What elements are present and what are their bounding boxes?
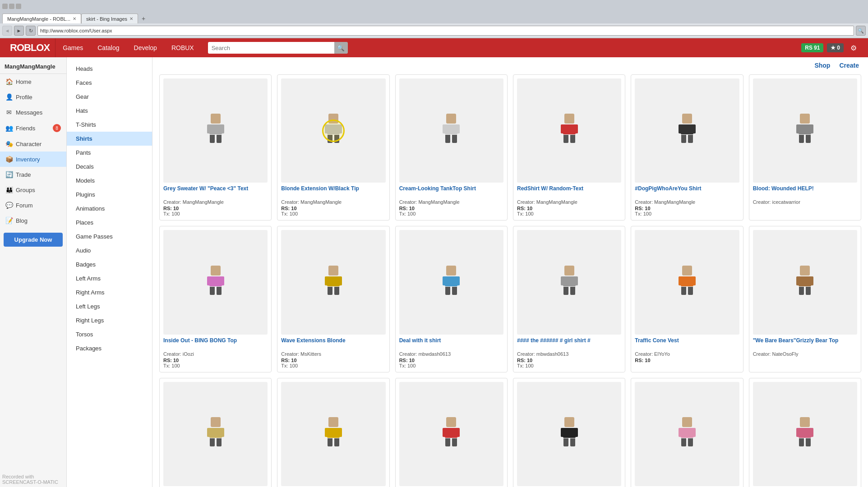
item-card-18[interactable]: Silky Rose Kissed Button Up Tank Creator… <box>749 378 861 487</box>
tab-roblox[interactable]: MangMangMangle - ROBL... ✕ <box>2 14 81 23</box>
sidebar-item-trade[interactable]: 🔄 Trade <box>0 167 66 182</box>
sidebar-item-home[interactable]: 🏠 Home <box>0 74 66 89</box>
cat-plugins[interactable]: Plugins <box>67 188 152 202</box>
item-img-6 <box>753 78 857 183</box>
cat-right-arms[interactable]: Right Arms <box>67 285 152 299</box>
item-title-6: Blood: Wounded HELP! <box>753 185 857 198</box>
main-content: Shop Create Grey Sweater W/ "Peace <3" T… <box>152 57 868 487</box>
item-card-8[interactable]: Wave Extensions Blonde Creator: MsKitter… <box>277 226 389 372</box>
settings-btn[interactable]: ⚙ <box>847 41 860 54</box>
sidebar-item-messages-label: Messages <box>16 109 42 116</box>
sidebar-item-inventory[interactable]: 📦 Inventory <box>0 152 66 167</box>
item-card-15[interactable]: White Offshoulder w/ Extensions. (Horror… <box>395 378 508 487</box>
item-card-4[interactable]: RedShirt W/ Random-Text Creator: MangMan… <box>513 74 625 221</box>
sidebar-item-forum[interactable]: 💬 Forum <box>0 198 66 213</box>
tab-bing-label: skirt - Bing Images <box>86 16 127 22</box>
nav-reload-btn[interactable]: ↻ <box>26 26 36 36</box>
search-input[interactable] <box>208 42 334 54</box>
cat-tshirts[interactable]: T-Shirts <box>67 118 152 132</box>
cat-faces[interactable]: Faces <box>67 76 152 90</box>
item-card-7[interactable]: Inside Out - BING BONG Top Creator: iOoz… <box>159 226 272 372</box>
item-card-13[interactable]: Youthful Vagabond Extensions in Blonde C… <box>159 378 272 487</box>
cat-badges[interactable]: Badges <box>67 257 152 271</box>
nav-robux[interactable]: ROBUX <box>164 38 201 57</box>
cat-game-passes[interactable]: Game Passes <box>67 230 152 244</box>
item-price-10: RS: 10 <box>517 358 621 363</box>
item-card-10[interactable]: #### the ###### # girl shirt # Creator: … <box>513 226 625 372</box>
header-search: 🔍 <box>201 42 802 54</box>
tab-bing[interactable]: skirt - Bing Images ✕ <box>81 14 138 23</box>
sidebar-item-groups[interactable]: 👪 Groups <box>0 182 66 198</box>
item-img-8 <box>281 230 385 334</box>
address-bar[interactable] <box>37 26 854 36</box>
cat-torsos[interactable]: Torsos <box>67 327 152 341</box>
sidebar-item-blog[interactable]: 📝 Blog <box>0 213 66 228</box>
item-card-3[interactable]: Cream-Looking TankTop Shirt Creator: Man… <box>395 74 508 221</box>
tab-bing-close[interactable]: ✕ <box>129 16 133 21</box>
nav-back-btn[interactable]: ◄ <box>2 26 12 36</box>
minimize-btn[interactable] <box>2 4 8 9</box>
item-card-12[interactable]: "We Bare Bears"Grizzly Bear Top Creator:… <box>749 226 861 372</box>
item-title-11: Traffic Cone Vest <box>635 337 739 350</box>
item-card-5[interactable]: #DogPigWhoAreYou Shirt Creator: MangMang… <box>631 74 743 221</box>
cat-right-legs[interactable]: Right Legs <box>67 313 152 327</box>
item-img-2 <box>281 78 385 183</box>
cat-audio[interactable]: Audio <box>67 244 152 257</box>
item-creator-6: Creator: icecatwarrior <box>753 199 857 205</box>
sidebar-item-messages[interactable]: ✉ Messages <box>0 105 66 120</box>
item-card-6[interactable]: Blood: Wounded HELP! Creator: icecatwarr… <box>749 74 861 221</box>
item-card-2[interactable]: Blonde Extension W/Black Tip Creator: Ma… <box>277 74 389 221</box>
cat-left-arms[interactable]: Left Arms <box>67 271 152 285</box>
nav-games[interactable]: Games <box>55 38 90 57</box>
maximize-btn[interactable] <box>9 4 14 9</box>
browser-navbar: ◄ ► ↻ 🔍 <box>0 23 868 38</box>
sidebar-item-character[interactable]: 🎭 Character <box>0 136 66 152</box>
item-img-13 <box>163 382 268 486</box>
upgrade-btn[interactable]: Upgrade Now <box>4 233 63 247</box>
cat-models[interactable]: Models <box>67 174 152 188</box>
cat-places[interactable]: Places <box>67 216 152 230</box>
cat-gear[interactable]: Gear <box>67 90 152 104</box>
sidebar-item-profile-label: Profile <box>16 94 32 101</box>
item-card-16[interactable]: 245791776 Creator: MangMangMangle <box>513 378 625 487</box>
item-creator-12: Creator: NateOsoFly <box>753 351 857 357</box>
sidebar-item-profile[interactable]: 👤 Profile <box>0 89 66 105</box>
cat-animations[interactable]: Animations <box>67 202 152 216</box>
item-card-1[interactable]: Grey Sweater W/ "Peace <3" Text Creator:… <box>159 74 272 221</box>
item-card-9[interactable]: Deal with it shirt Creator: mbwdash0613 … <box>395 226 508 372</box>
item-price-3: RS: 10 <box>399 206 503 211</box>
cat-heads[interactable]: Heads <box>67 62 152 76</box>
item-card-14[interactable]: Duck Hoodie Creator: PreciseMeasures <box>277 378 389 487</box>
cat-pants[interactable]: Pants <box>67 146 152 160</box>
item-figure-10 <box>554 266 584 299</box>
item-img-16 <box>517 382 621 486</box>
stars-amount: 0 <box>837 45 840 51</box>
tab-roblox-close[interactable]: ✕ <box>73 16 76 21</box>
groups-icon: 👪 <box>5 186 13 193</box>
shop-link[interactable]: Shop <box>814 62 830 69</box>
item-img-3 <box>399 78 503 183</box>
sidebar-item-friends[interactable]: 👥 Friends 8 <box>0 120 66 136</box>
item-tx-5: Tx: 100 <box>635 211 739 216</box>
cat-decals[interactable]: Decals <box>67 160 152 174</box>
nav-catalog[interactable]: Catalog <box>90 38 126 57</box>
item-card-11[interactable]: Traffic Cone Vest Creator: ElYoYo RS: 10 <box>631 226 743 372</box>
close-btn[interactable] <box>16 4 21 9</box>
cat-left-legs[interactable]: Left Legs <box>67 299 152 313</box>
cat-shirts[interactable]: Shirts <box>67 132 152 146</box>
nav-develop[interactable]: Develop <box>127 38 164 57</box>
search-button[interactable]: 🔍 <box>334 42 348 54</box>
item-title-4: RedShirt W/ Random-Text <box>517 185 621 198</box>
titlebar-buttons <box>2 4 21 9</box>
nav-fwd-btn[interactable]: ► <box>14 26 24 36</box>
nav-search-btn[interactable]: 🔍 <box>856 26 866 36</box>
item-tx-9: Tx: 100 <box>399 363 503 368</box>
new-tab-btn[interactable]: + <box>138 14 149 23</box>
cat-packages[interactable]: Packages <box>67 341 152 355</box>
cat-hats[interactable]: Hats <box>67 104 152 118</box>
create-link[interactable]: Create <box>839 62 859 69</box>
item-card-17[interactable]: Pink purse Creator: NappedApple RS: 10 T… <box>631 378 743 487</box>
item-img-5 <box>635 78 739 183</box>
item-figure-14 <box>319 417 348 451</box>
item-price-9: RS: 10 <box>399 358 503 363</box>
